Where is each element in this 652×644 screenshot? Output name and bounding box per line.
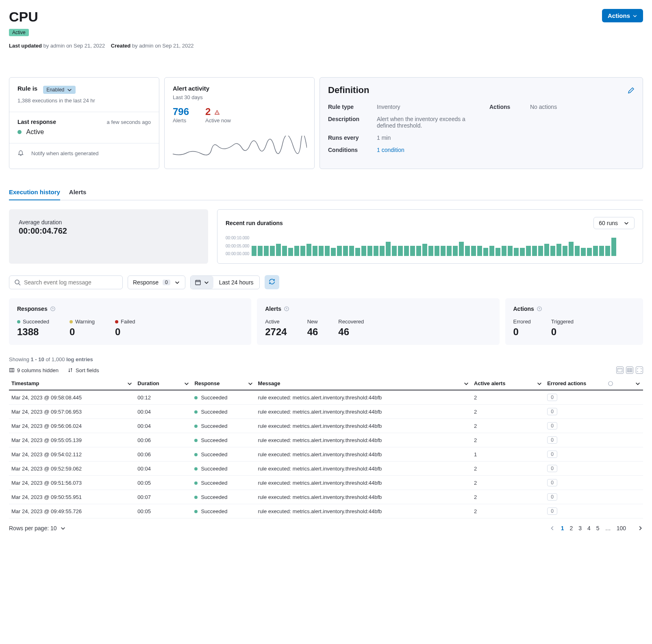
page-100[interactable]: 100 <box>617 525 626 531</box>
col-response[interactable]: Response <box>192 377 255 390</box>
table-row[interactable]: Mar 24, 2023 @ 09:54:02.11200:06Succeede… <box>9 447 643 462</box>
search-input[interactable] <box>9 275 123 289</box>
last-updated-label: Last updated <box>9 43 42 49</box>
description-label: Description <box>328 116 369 129</box>
time-range-label[interactable]: Last 24 hours <box>213 276 259 289</box>
table-row[interactable]: Mar 24, 2023 @ 09:51:56.07300:05Succeede… <box>9 476 643 490</box>
cell-response: Succeeded <box>192 462 255 476</box>
help-icon[interactable] <box>537 306 542 312</box>
columns-hidden-button[interactable]: 9 columns hidden <box>9 367 59 373</box>
bar <box>410 246 415 256</box>
table-row[interactable]: Mar 24, 2023 @ 09:49:55.72600:05Succeede… <box>9 504 643 518</box>
bar <box>276 244 281 256</box>
actions-def-label: Actions <box>489 104 522 110</box>
cell-response: Succeeded <box>192 419 255 433</box>
actions-button[interactable]: Actions <box>602 9 643 22</box>
page-3[interactable]: 3 <box>578 525 582 531</box>
conditions-link[interactable]: 1 condition <box>377 147 635 153</box>
created-value: by admin on Sep 21, 2022 <box>132 43 194 49</box>
col-message[interactable]: Message <box>256 377 472 390</box>
table-row[interactable]: Mar 24, 2023 @ 09:58:08.44500:12Succeede… <box>9 390 643 405</box>
y-axis-labels: 00:00:10.000 00:00:05.000 00:00:00.000 <box>226 236 249 256</box>
runs-count-select[interactable]: 60 runs <box>593 217 635 229</box>
cell-message: rule executed: metrics.alert.inventory.t… <box>256 433 472 447</box>
next-page-icon[interactable] <box>637 525 643 531</box>
col-active-alerts[interactable]: Active alerts <box>472 377 545 390</box>
bar <box>428 246 433 256</box>
table-row[interactable]: Mar 24, 2023 @ 09:55:05.13900:06Succeede… <box>9 433 643 447</box>
cell-duration: 00:12 <box>135 390 192 405</box>
bar <box>556 244 561 256</box>
bar <box>422 244 427 256</box>
last-updated-value: by admin on Sep 21, 2022 <box>43 43 105 49</box>
table-row[interactable]: Mar 24, 2023 @ 09:52:59.06200:04Succeede… <box>9 462 643 476</box>
cell-response: Succeeded <box>192 447 255 462</box>
col-duration[interactable]: Duration <box>135 377 192 390</box>
cell-timestamp: Mar 24, 2023 @ 09:55:05.139 <box>9 433 135 447</box>
help-icon <box>608 381 613 386</box>
table-row[interactable]: Mar 24, 2023 @ 09:56:06.02400:04Succeede… <box>9 419 643 433</box>
response-filter[interactable]: Response 0 <box>128 275 185 289</box>
bar <box>361 246 366 256</box>
help-icon[interactable] <box>50 306 56 312</box>
sort-fields-button[interactable]: Sort fields <box>67 367 99 373</box>
bar <box>270 246 275 256</box>
tab-execution-history[interactable]: Execution history <box>9 184 60 200</box>
col-errored-actions[interactable]: Errored actions <box>545 377 643 390</box>
col-timestamp[interactable]: Timestamp <box>9 377 135 390</box>
fullscreen-icon[interactable] <box>636 366 643 374</box>
display-options-icon[interactable] <box>626 366 633 374</box>
responses-panel: Responses Succeeded 1388 Warning 0 Faile… <box>9 298 251 345</box>
help-icon[interactable] <box>284 306 289 312</box>
page-5[interactable]: 5 <box>596 525 600 531</box>
cell-active-alerts: 2 <box>472 419 545 433</box>
date-picker-button[interactable] <box>191 276 213 289</box>
page-…[interactable]: … <box>605 525 611 531</box>
bar <box>459 242 464 256</box>
bar <box>502 246 506 256</box>
alert-activity-subtitle: Last 30 days <box>173 94 306 100</box>
chevron-down-icon <box>174 280 180 285</box>
cell-active-alerts: 2 <box>472 405 545 419</box>
cell-errored-actions: 0 <box>545 504 643 518</box>
cell-duration: 00:06 <box>135 447 192 462</box>
cell-message: rule executed: metrics.alert.inventory.t… <box>256 419 472 433</box>
dot-red-icon <box>115 320 118 323</box>
bar <box>294 246 299 256</box>
active-count: 2 <box>205 106 211 117</box>
bar <box>343 246 348 256</box>
tab-alerts[interactable]: Alerts <box>69 184 87 200</box>
cell-timestamp: Mar 24, 2023 @ 09:58:08.445 <box>9 390 135 405</box>
bar <box>300 246 305 256</box>
refresh-button[interactable] <box>265 275 279 289</box>
enabled-dropdown[interactable]: Enabled <box>43 86 76 94</box>
page-4[interactable]: 4 <box>587 525 591 531</box>
prev-page-icon[interactable] <box>550 525 555 531</box>
rule-is-label: Rule is <box>17 85 37 92</box>
conditions-label: Conditions <box>328 147 369 153</box>
bar <box>252 246 256 256</box>
bell-icon <box>17 150 24 156</box>
created-label: Created <box>111 43 130 49</box>
table-row[interactable]: Mar 24, 2023 @ 09:57:06.95300:04Succeede… <box>9 405 643 419</box>
last-response-time: a few seconds ago <box>107 119 151 125</box>
bar <box>331 248 336 256</box>
bar <box>496 248 500 256</box>
cell-errored-actions: 0 <box>545 433 643 447</box>
page-2[interactable]: 2 <box>569 525 573 531</box>
chevron-down-icon <box>624 220 629 226</box>
bar <box>404 246 409 256</box>
page-1[interactable]: 1 <box>561 525 564 531</box>
bar <box>508 246 513 256</box>
rows-per-page-select[interactable]: Rows per page: 10 <box>9 525 66 531</box>
cell-active-alerts: 2 <box>472 433 545 447</box>
chevron-down-icon <box>463 381 469 386</box>
definition-card: Definition Rule type Inventory Actions N… <box>319 77 643 169</box>
cell-message: rule executed: metrics.alert.inventory.t… <box>256 476 472 490</box>
keyboard-shortcuts-icon[interactable] <box>616 366 624 374</box>
table-row[interactable]: Mar 24, 2023 @ 09:50:55.95100:07Succeede… <box>9 490 643 504</box>
sort-icon <box>67 367 73 373</box>
cell-response: Succeeded <box>192 390 255 405</box>
edit-icon[interactable] <box>628 87 635 93</box>
bar <box>398 246 403 256</box>
